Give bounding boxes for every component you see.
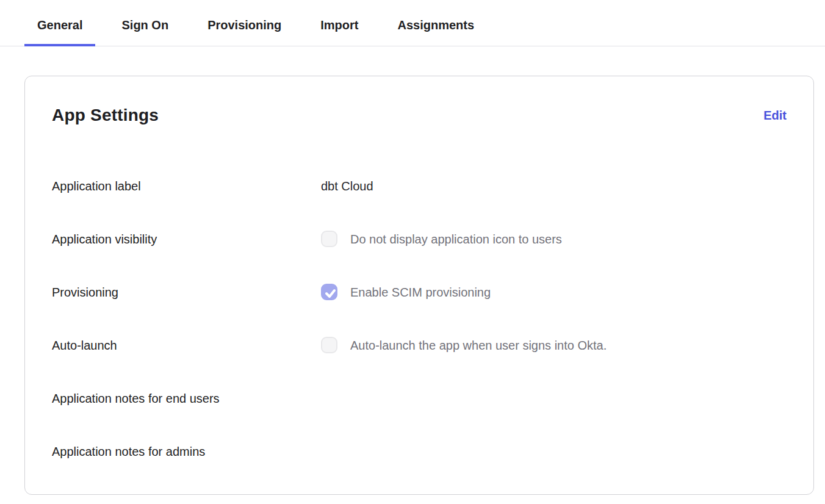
settings-rows: Application label dbt Cloud Application … <box>52 179 787 497</box>
field-label: Application notes for end users <box>52 391 321 406</box>
auto-launch-checkbox-label: Auto-launch the app when user signs into… <box>350 338 607 353</box>
card-header: App Settings Edit <box>52 103 787 128</box>
tab-general[interactable]: General <box>24 2 95 46</box>
edit-button[interactable]: Edit <box>763 103 787 128</box>
tab-sign-on[interactable]: Sign On <box>109 2 181 46</box>
visibility-checkbox[interactable] <box>321 231 337 247</box>
row-notes-admins: Application notes for admins <box>52 444 787 497</box>
tab-assignments[interactable]: Assignments <box>385 2 488 46</box>
scim-provisioning-checkbox-label: Enable SCIM provisioning <box>350 285 491 300</box>
row-notes-end-users: Application notes for end users <box>52 391 787 444</box>
field-label: Application visibility <box>52 232 321 247</box>
auto-launch-checkbox[interactable] <box>321 337 337 353</box>
row-application-label: Application label dbt Cloud <box>52 179 787 232</box>
app-settings-card: App Settings Edit Application label dbt … <box>24 76 814 495</box>
field-label: Application label <box>52 179 321 193</box>
row-auto-launch: Auto-launch Auto-launch the app when use… <box>52 338 787 391</box>
application-label-value: dbt Cloud <box>321 179 373 193</box>
field-label: Auto-launch <box>52 338 321 353</box>
visibility-checkbox-label: Do not display application icon to users <box>350 232 562 247</box>
field-label: Application notes for admins <box>52 444 321 459</box>
tab-import[interactable]: Import <box>308 2 371 46</box>
tab-provisioning[interactable]: Provisioning <box>195 2 294 46</box>
checkmark-icon <box>322 285 339 301</box>
row-application-visibility: Application visibility Do not display ap… <box>52 232 787 285</box>
row-provisioning: Provisioning Enable SCIM provisioning <box>52 285 787 338</box>
card-title: App Settings <box>52 103 159 128</box>
app-tab-bar: General Sign On Provisioning Import Assi… <box>0 0 825 46</box>
scim-provisioning-checkbox[interactable] <box>321 284 337 300</box>
field-label: Provisioning <box>52 285 321 300</box>
